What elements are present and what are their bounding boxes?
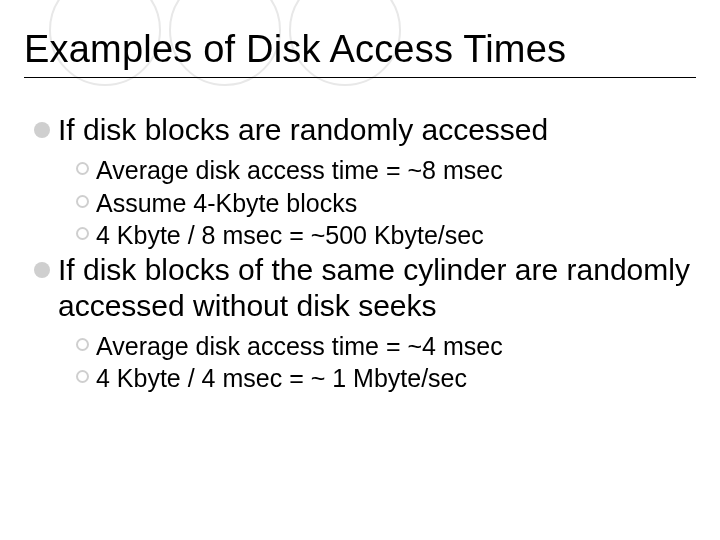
circle-bullet-icon <box>76 195 89 208</box>
title-divider <box>24 77 696 78</box>
disc-bullet-icon <box>34 262 50 278</box>
subbullet-group: Average disk access time = ~4 msec 4 Kby… <box>76 330 696 395</box>
subbullet-text: 4 Kbyte / 4 msec = ~ 1 Mbyte/sec <box>96 362 467 395</box>
subbullet-text: Average disk access time = ~8 msec <box>96 154 503 187</box>
subbullet-text: Average disk access time = ~4 msec <box>96 330 503 363</box>
circle-bullet-icon <box>76 338 89 351</box>
bullet-level1: If disk blocks are randomly accessed <box>34 112 696 148</box>
bullet-level2: Average disk access time = ~8 msec <box>76 154 696 187</box>
slide-title: Examples of Disk Access Times <box>24 28 696 71</box>
bullet-text: If disk blocks of the same cylinder are … <box>58 252 696 324</box>
bullet-level1: If disk blocks of the same cylinder are … <box>34 252 696 324</box>
subbullet-text: 4 Kbyte / 8 msec = ~500 Kbyte/sec <box>96 219 484 252</box>
bullet-level2: Assume 4-Kbyte blocks <box>76 187 696 220</box>
disc-bullet-icon <box>34 122 50 138</box>
bullet-level2: 4 Kbyte / 8 msec = ~500 Kbyte/sec <box>76 219 696 252</box>
slide-content: Examples of Disk Access Times If disk bl… <box>0 0 720 395</box>
subbullet-text: Assume 4-Kbyte blocks <box>96 187 357 220</box>
subbullet-group: Average disk access time = ~8 msec Assum… <box>76 154 696 252</box>
bullet-level2: Average disk access time = ~4 msec <box>76 330 696 363</box>
circle-bullet-icon <box>76 227 89 240</box>
circle-bullet-icon <box>76 162 89 175</box>
circle-bullet-icon <box>76 370 89 383</box>
bullet-level2: 4 Kbyte / 4 msec = ~ 1 Mbyte/sec <box>76 362 696 395</box>
bullet-text: If disk blocks are randomly accessed <box>58 112 548 148</box>
